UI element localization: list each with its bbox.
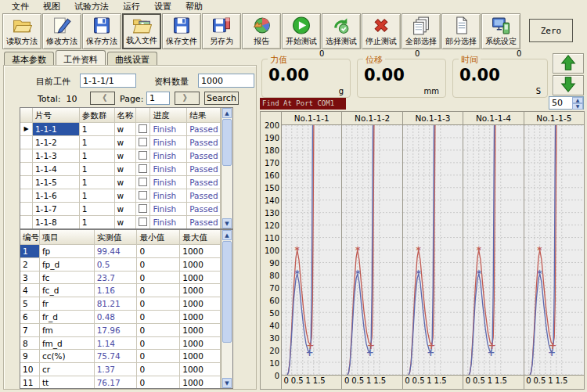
params-table: 编号项目实测值最小值最大值1fp99.44010002fp_d0.5010003… [20, 229, 233, 389]
progress-checkbox[interactable] [136, 149, 150, 162]
port-status-bar: Find At Port COM1 [260, 98, 346, 110]
scale-down-button[interactable] [553, 75, 584, 95]
readout-value: 0.00 [268, 66, 309, 85]
floppy-icon [92, 14, 112, 36]
toolbar-button-label: 开始测试 [286, 36, 317, 47]
pieces-table-scrollbar[interactable]: ▲ ▼ [221, 108, 232, 228]
table-row[interactable]: 1-1-61wFinishPassed [20, 189, 221, 203]
toolbar-button-label: 全部选择 [405, 36, 437, 47]
x-axis-labels: 00.511.5 [524, 376, 584, 388]
toolbar-button-start[interactable]: 开始测试 [282, 13, 321, 49]
table-row[interactable]: 8fm_d1.1401000 [20, 337, 221, 351]
progress-checkbox[interactable] [136, 136, 150, 149]
row-selector [20, 163, 33, 175]
current-piece-label: 目前工件 [36, 76, 70, 88]
table-row[interactable]: 6fr_d0.4801000 [20, 311, 221, 324]
table-row[interactable]: 4fc_d1.1601000 [20, 284, 221, 297]
toolbar-button-label: 部分选择 [445, 36, 477, 47]
toolbar-button-floppy[interactable]: 保存文件 [162, 13, 201, 49]
progress-checkbox[interactable] [136, 203, 150, 215]
plot-area: **++ [342, 125, 402, 376]
table-row[interactable]: 1-1-41wFinishPassed [20, 163, 221, 176]
progress-checkbox[interactable] [136, 176, 150, 189]
toolbar-button-edit[interactable]: 修改方法 [42, 13, 81, 49]
toolbar-button-label: 系统设定 [485, 36, 517, 47]
panel-title: No.1-1-2 [342, 112, 402, 125]
table-row[interactable]: 1-1-51wFinishPassed [20, 176, 221, 189]
toolbar-button-system[interactable]: 系统设定 [481, 13, 520, 49]
spinner-value[interactable]: 50 [549, 97, 572, 109]
table-row[interactable]: 1-1-71wFinishPassed [20, 203, 221, 216]
toolbar-button-load-file[interactable]: 载入文件 [122, 13, 161, 49]
scrollbar-thumb[interactable] [222, 241, 232, 343]
params-table-scrollbar[interactable]: ▲ ▼ [221, 230, 232, 388]
readout-count: 0 [319, 49, 324, 58]
next-page-button[interactable]: 》 [175, 92, 200, 105]
row-selector [20, 203, 33, 215]
search-button[interactable]: Search [204, 92, 239, 105]
table-row[interactable]: 1-1-31wFinishPassed [20, 149, 221, 163]
toolbar-button-label: 修改方法 [46, 36, 77, 47]
table-row[interactable]: 7fm17.9601000 [20, 324, 221, 337]
table-row[interactable]: 1-1-21wFinishPassed [20, 136, 221, 149]
params-header-row: 编号项目实测值最小值最大值 [20, 230, 221, 245]
spinner-up-icon[interactable]: ▲ [572, 97, 583, 103]
table-row[interactable]: ▶1-1-11wFinishPassed [20, 123, 221, 136]
table-row[interactable]: 9cc(%)75.7401000 [20, 350, 221, 363]
toolbar-button-save-as[interactable]: 另存为 [202, 13, 241, 49]
toolbar-button-partial-select[interactable]: 部分选择 [441, 13, 481, 49]
readout-label: 时间 [459, 54, 481, 66]
readout-label: 位移 [363, 54, 385, 66]
table-row[interactable]: 3fc23.701000 [20, 272, 221, 285]
progress-checkbox[interactable] [136, 123, 150, 135]
scale-spinner[interactable]: 50 ▲ ▼ [549, 96, 584, 110]
table-row[interactable]: 10cr1.3701000 [20, 363, 221, 376]
menu-item-0[interactable]: 文件 [5, 0, 36, 13]
save-as-icon [211, 14, 232, 36]
scroll-up-icon[interactable]: ▲ [222, 230, 232, 240]
toolbar-button-open-folder[interactable]: 读取方法 [2, 13, 41, 49]
menu-item-3[interactable]: 运行 [116, 0, 147, 13]
scale-up-button[interactable] [553, 53, 584, 74]
menu-bar: 文件视图试验方法运行设置帮助 [0, 0, 587, 13]
total-label: Total: 10 [38, 94, 77, 104]
table-row[interactable]: 5fr81.2101000 [20, 297, 221, 311]
table-row[interactable]: 2fp_d0.501000 [20, 258, 221, 272]
table-row[interactable]: 1fp99.4401000 [20, 245, 221, 258]
progress-checkbox[interactable] [136, 189, 150, 202]
menu-item-2[interactable]: 试验方法 [67, 0, 116, 13]
menu-item-4[interactable]: 设置 [147, 0, 178, 13]
curve-chart: 0102030405060708090100110120130140150160… [260, 111, 585, 390]
readout-count: 0 [517, 49, 521, 58]
progress-checkbox[interactable] [136, 163, 150, 175]
scroll-down-icon[interactable]: ▼ [222, 218, 232, 228]
menu-item-1[interactable]: 视图 [36, 0, 67, 13]
progress-checkbox[interactable] [136, 216, 150, 228]
scrollbar-thumb[interactable] [222, 119, 232, 166]
toolbar-button-select-all[interactable]: 全部选择 [402, 13, 441, 49]
start-icon [291, 14, 312, 36]
zero-button[interactable]: Zero [529, 19, 573, 42]
scroll-down-icon[interactable]: ▼ [222, 378, 232, 388]
current-piece-input[interactable] [80, 74, 136, 88]
toolbar-button-select-test[interactable]: 选择测试 [322, 13, 361, 49]
spinner-down-icon[interactable]: ▼ [572, 103, 583, 110]
toolbar-button-label: 保存文件 [166, 36, 197, 47]
data-count-input[interactable] [198, 74, 254, 88]
prev-page-button[interactable]: 《 [90, 92, 115, 105]
page-input[interactable] [146, 92, 170, 105]
readout-S: 时间0.00S [452, 59, 548, 98]
toolbar-button-report[interactable]: 报告 [242, 13, 281, 49]
data-count-label: 资料数量 [154, 76, 189, 88]
toolbar-button-floppy[interactable]: 保存方法 [82, 13, 121, 49]
readout-value: 0.00 [364, 66, 405, 85]
x-axis-labels: 00.511.5 [282, 376, 341, 388]
scroll-up-icon[interactable]: ▲ [222, 108, 232, 118]
readout-unit: mm [424, 87, 439, 95]
table-row[interactable]: 11tt76.1701000 [20, 376, 221, 388]
menu-item-5[interactable]: 帮助 [178, 0, 210, 13]
toolbar-button-stop[interactable]: 停止测试 [362, 13, 401, 49]
toolbar-button-label: 选择测试 [326, 36, 357, 47]
chart-panel-No.1-1-5: No.1-1-5**++00.511.5 [524, 112, 584, 389]
table-row[interactable]: 1-1-81wFinishPassed [20, 216, 221, 228]
